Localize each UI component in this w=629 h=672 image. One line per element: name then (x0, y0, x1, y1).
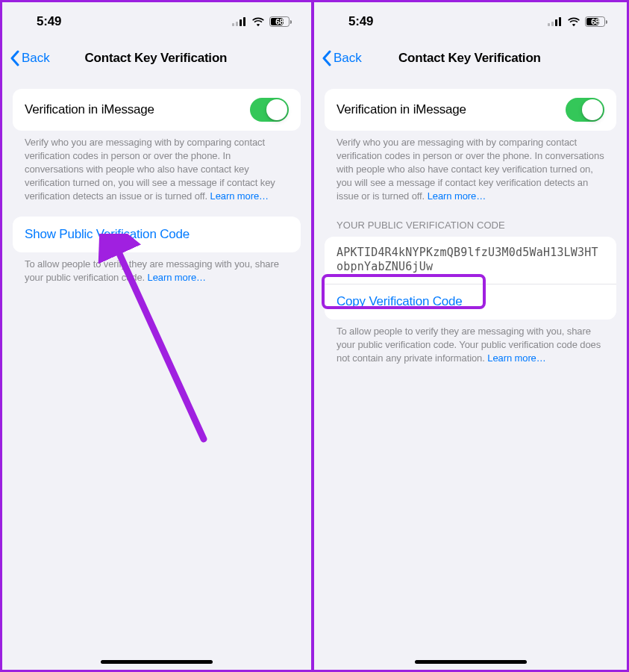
copy-verification-code-button[interactable]: Copy Verification Code (325, 284, 616, 320)
verification-code: APKTID4R4kNYPKzmQB9lfzU3M0d5WaH13LW3HTob… (325, 237, 616, 284)
status-icons: 68 (548, 16, 607, 27)
home-indicator (101, 660, 213, 664)
nav-bar: Back Contact Key Verification (314, 41, 627, 75)
battery-icon: 68 (585, 16, 607, 27)
page-title: Contact Key Verification (8, 51, 304, 66)
battery-icon: 68 (269, 16, 292, 27)
learn-more-link[interactable]: Learn more… (210, 190, 269, 202)
cellular-icon (548, 17, 563, 26)
wifi-icon (251, 17, 265, 27)
svg-rect-2 (240, 19, 242, 26)
status-bar: 5:49 68 (314, 2, 627, 41)
svg-rect-1 (236, 22, 238, 26)
svg-rect-3 (243, 17, 245, 26)
learn-more-link[interactable]: Learn more… (148, 272, 206, 283)
svg-rect-7 (555, 19, 557, 26)
show-public-code-button[interactable]: Show Public Verification Code (13, 217, 301, 252)
page-title: Contact Key Verification (320, 51, 619, 66)
cellular-icon (232, 17, 247, 26)
svg-rect-6 (551, 22, 554, 26)
show-code-group: Show Public Verification Code (13, 217, 301, 252)
toggle-footer: Verify who you are messaging with by com… (13, 131, 301, 203)
toggle-label: Verification in iMessage (337, 102, 466, 117)
toggle-label: Verification in iMessage (25, 102, 154, 117)
toggle-footer: Verify who you are messaging with by com… (325, 131, 616, 203)
show-code-footer: To allow people to verify they are messa… (13, 252, 301, 284)
learn-more-link[interactable]: Learn more… (428, 190, 486, 202)
nav-bar: Back Contact Key Verification (2, 41, 311, 75)
toggle-group: Verification in iMessage (325, 89, 616, 131)
svg-rect-5 (548, 23, 550, 26)
toggle-switch[interactable] (566, 98, 604, 122)
home-indicator (415, 660, 527, 664)
section-header: YOUR PUBLIC VERIFICATION CODE (325, 203, 616, 235)
svg-rect-8 (559, 17, 561, 26)
learn-more-link[interactable]: Learn more… (487, 352, 545, 364)
screenshot-right: 5:49 68 Back Contact Key Verification Ve… (313, 0, 629, 672)
code-group: APKTID4R4kNYPKzmQB9lfzU3M0d5WaH13LW3HTob… (325, 237, 616, 320)
verification-toggle-row[interactable]: Verification in iMessage (325, 89, 616, 131)
screenshot-left: 5:49 68 Back Contact Key Verification Ve… (0, 0, 313, 672)
status-icons: 68 (232, 16, 292, 27)
verification-toggle-row[interactable]: Verification in iMessage (13, 89, 301, 131)
status-bar: 5:49 68 (2, 2, 311, 41)
code-footer: To allow people to verify they are messa… (325, 320, 616, 365)
wifi-icon (567, 17, 581, 27)
toggle-group: Verification in iMessage (13, 89, 301, 131)
toggle-switch[interactable] (250, 98, 289, 122)
status-time: 5:49 (37, 14, 61, 29)
svg-rect-0 (232, 23, 234, 26)
status-time: 5:49 (348, 14, 373, 29)
